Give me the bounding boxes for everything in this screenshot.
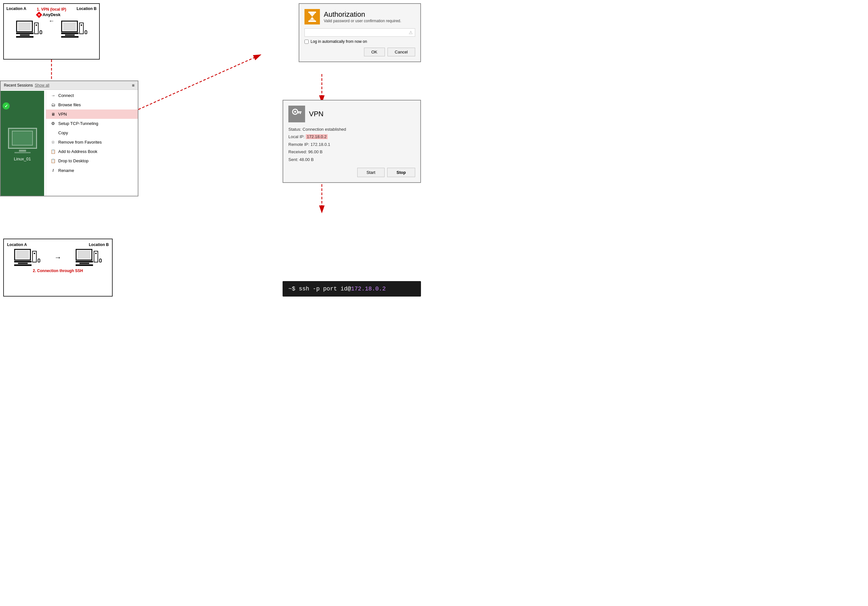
auth-title-block: Authorization Valid password or user con… xyxy=(324,10,401,23)
vpn-title-block: VPN xyxy=(309,110,324,118)
session-thumbnail[interactable]: ✓ Linux_01 xyxy=(1,91,44,196)
vpn-remote-ip: Remote IP: 172.18.0.1 xyxy=(288,141,415,148)
address-book-icon: 📋 xyxy=(51,149,56,154)
auth-password-input[interactable] xyxy=(307,30,409,35)
session-monitor-icon xyxy=(8,128,37,149)
svg-rect-7 xyxy=(308,20,316,22)
recent-sessions-label: Recent Sessions xyxy=(4,83,33,88)
ctx-connect[interactable]: → Connect xyxy=(46,91,138,100)
bottom-location-a: Location A xyxy=(7,242,27,247)
ctx-drop-desktop[interactable]: 📋 Drop to Desktop xyxy=(46,156,138,166)
svg-point-8 xyxy=(311,18,313,20)
anydesk-diamond-icon xyxy=(36,12,42,18)
svg-line-3 xyxy=(138,55,261,109)
warning-icon: ⚠ xyxy=(409,30,413,35)
recent-sessions-bar: Recent Sessions Show all ≡ xyxy=(1,81,138,90)
auto-login-label: Log in automatically from now on xyxy=(311,39,367,44)
bottom-computer-a-icon xyxy=(14,249,40,266)
auth-icon xyxy=(304,9,320,25)
ssh-command: ssh -p port id@ xyxy=(296,286,351,292)
auth-buttons: OK Cancel xyxy=(304,48,415,56)
tcp-icon: ⚙ xyxy=(51,121,56,126)
svg-rect-13 xyxy=(298,112,299,113)
ctx-rename[interactable]: I Rename xyxy=(46,166,138,175)
ctx-remove-favorites[interactable]: ☆ Remove from Favorites xyxy=(46,137,138,147)
ctx-browse-files[interactable]: 🗂 Browse files xyxy=(46,100,138,109)
menu-icon: ≡ xyxy=(132,83,135,88)
browse-files-icon: 🗂 xyxy=(51,103,56,107)
session-name-label: Linux_01 xyxy=(14,157,31,161)
ssh-bottom-label: 2. Connection through SSH xyxy=(7,269,109,273)
ok-button[interactable]: OK xyxy=(364,48,385,56)
auth-checkbox-row: Log in automatically from now on xyxy=(304,39,415,44)
vpn-buttons: Start Stop xyxy=(288,168,415,177)
svg-point-10 xyxy=(294,111,296,113)
svg-rect-12 xyxy=(300,112,301,114)
auth-subtitle: Valid password or user confirmation requ… xyxy=(324,19,401,23)
vpn-received: Received: 96.00 B xyxy=(288,148,415,155)
auth-input-row[interactable]: ⚠ xyxy=(304,28,415,37)
svg-rect-6 xyxy=(308,12,316,13)
ctx-add-address-book[interactable]: 📋 Add to Address Book xyxy=(46,147,138,156)
bottom-computer-b-icon xyxy=(76,249,102,266)
auth-title: Authorization xyxy=(324,10,401,19)
vpn-status-text: Status: Connection established xyxy=(288,126,415,133)
vpn-sent: Sent: 48.00 B xyxy=(288,156,415,163)
vpn-local-ip-row: Local IP: 172.18.0.2 xyxy=(288,133,415,140)
bottom-location-b: Location B xyxy=(89,242,109,247)
location-b-label: Location B xyxy=(77,6,96,11)
context-menu: → Connect 🗂 Browse files 🖥 VPN ⚙ Setup T… xyxy=(46,91,138,196)
vpn-title: VPN xyxy=(309,110,324,118)
start-button[interactable]: Start xyxy=(357,168,384,177)
location-a-label: Location A xyxy=(6,6,26,11)
stop-button[interactable]: Stop xyxy=(387,168,415,177)
rename-icon: I xyxy=(51,168,56,173)
ssh-prompt: ~$ xyxy=(288,286,296,292)
vpn-menu-icon: 🖥 xyxy=(51,112,56,117)
star-icon: ☆ xyxy=(51,140,56,145)
bottom-left-diagram: Location A Location B → xyxy=(3,239,113,297)
drop-icon: 📋 xyxy=(51,158,56,163)
auth-dialog: Authorization Valid password or user con… xyxy=(299,3,421,62)
vpn-status-icon xyxy=(288,106,305,122)
ssh-ip: 172.18.0.2 xyxy=(351,286,386,292)
computer-a-icon xyxy=(16,20,42,38)
auth-header: Authorization Valid password or user con… xyxy=(304,9,415,25)
top-left-diagram: Location A Location B 1. VPN (local IP) … xyxy=(3,3,100,59)
computer-b-icon xyxy=(61,20,87,38)
svg-rect-11 xyxy=(297,112,302,112)
show-all-link[interactable]: Show all xyxy=(35,83,49,88)
context-menu-area: Recent Sessions Show all ≡ ✓ Linux_01 → … xyxy=(0,81,138,196)
vpn-dialog: VPN Status: Connection established Local… xyxy=(282,100,421,183)
right-arrow-icon: → xyxy=(54,253,62,262)
cancel-button[interactable]: Cancel xyxy=(388,48,415,56)
local-ip-value: 172.18.0.2 xyxy=(306,134,327,139)
vpn-header: VPN xyxy=(288,106,415,122)
auto-login-checkbox[interactable] xyxy=(304,40,308,44)
connection-status-icon: ✓ xyxy=(3,103,10,109)
anydesk-brand-label: AnyDesk xyxy=(42,12,60,17)
ctx-vpn[interactable]: 🖥 VPN xyxy=(46,109,138,119)
ssh-terminal: ~$ ssh -p port id@172.18.0.2 xyxy=(282,281,421,297)
local-ip-label: Local IP: xyxy=(288,134,306,139)
ctx-tcp-tunneling[interactable]: ⚙ Setup TCP-Tunneling xyxy=(46,119,138,128)
ctx-copy[interactable]: Copy xyxy=(46,128,138,137)
connect-icon: → xyxy=(51,93,56,98)
vpn-info: Status: Connection established Local IP:… xyxy=(288,126,415,163)
